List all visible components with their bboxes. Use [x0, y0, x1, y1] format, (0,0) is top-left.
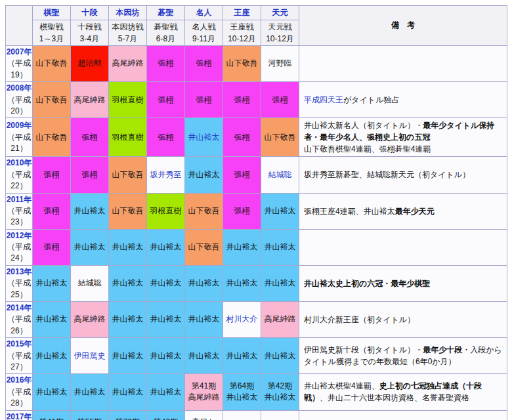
tournament-months: 3-4月: [72, 33, 107, 45]
year-link-2015[interactable]: 2015年: [6, 339, 32, 350]
year-link-2016[interactable]: 2016年: [6, 375, 32, 386]
remark-text: 伊田篤史新十段（初タイトル）・: [304, 345, 423, 354]
cell-2012-tengen: 井山裕太: [261, 229, 299, 265]
remark-text: 、井山二十六世本因坊資格、名誉碁聖資格: [320, 393, 469, 402]
remark-cell-2017: 井山裕太名誉棋聖資格: [299, 410, 507, 420]
player-link[interactable]: 井山裕太: [188, 133, 220, 142]
col-header-link-gosei[interactable]: 碁聖: [158, 8, 174, 17]
cell-2008-tengen: 張栩: [261, 82, 299, 118]
cell-2013-honinbo: 井山裕太: [109, 265, 147, 301]
cell-2007-kisei: 山下敬吾: [33, 46, 71, 82]
year-link-2008[interactable]: 2008年: [6, 83, 32, 94]
cell-2014-tengen: 高尾紳路: [261, 302, 299, 338]
row-2012: 2012年（平成24）張栩井山裕太井山裕太井山裕太山下敬吾井山裕太井山裕太: [6, 229, 507, 265]
col-header-link-tengen[interactable]: 天元: [272, 8, 288, 17]
era-label: （平成20）: [7, 95, 31, 116]
cell-2012-judan: 井山裕太: [71, 229, 109, 265]
col-subheader-honinbo: 本因坊戦5-7月: [109, 20, 147, 46]
cell-2010-oza: 張栩: [223, 157, 261, 193]
cell-2011-oza: 張栩: [223, 193, 261, 229]
cell-2007-tengen: 河野臨: [261, 46, 299, 82]
year-cell-2017: 2017年（平成29）: [6, 410, 33, 420]
cell-2010-judan: 張栩: [71, 157, 109, 193]
year-cell-2012: 2012年（平成24）: [6, 229, 33, 265]
cell-2010-tengen: 結城聡: [261, 157, 299, 193]
col-header-link-oza[interactable]: 王座: [234, 8, 250, 17]
col-header-link-kisei[interactable]: 棋聖: [44, 8, 60, 17]
header-row-titles: 棋聖十段本因坊碁聖名人王座天元備 考: [6, 6, 507, 20]
cell-2007-gosei: 張栩: [147, 46, 185, 82]
cell-2009-oza: 張栩: [223, 118, 261, 157]
year-link-2014[interactable]: 2014年: [6, 303, 32, 314]
remark-link[interactable]: 平成四天王: [304, 95, 343, 104]
cell-2009-meijin: 井山裕太: [185, 118, 223, 157]
tournament-name: 棋聖戦: [34, 21, 69, 33]
cell-2009-judan: 張栩: [71, 118, 109, 157]
remark-cell-2014: 村川大介新王座（初タイトル）: [299, 302, 507, 338]
row-2013: 2013年（平成25）井山裕太結城聡井山裕太井山裕太井山裕太井山裕太井山裕太井山…: [6, 265, 507, 301]
tournament-name: 天元戦: [263, 21, 297, 33]
tournament-months: 10-12月: [263, 33, 297, 45]
table-header: 棋聖十段本因坊碁聖名人王座天元備 考棋聖戦1～3月十段戦3-4月本因坊戦5-7月…: [6, 6, 507, 46]
remark-cell-2008: 平成四天王がタイトル独占: [299, 82, 507, 118]
col-header-link-honinbo[interactable]: 本因坊: [116, 8, 140, 17]
cell-2007-oza: 山下敬吾: [223, 46, 261, 82]
remark-cell-2010: 坂井秀至新碁聖、結城聡新天元（初タイトル）: [299, 157, 507, 193]
cell-2008-judan: 高尾紳路: [71, 82, 109, 118]
tournament-months: 6-8月: [148, 33, 183, 45]
row-2014: 2014年（平成26）井山裕太高尾紳路井山裕太井山裕太井山裕太村川大介高尾紳路村…: [6, 302, 507, 338]
year-link-2007[interactable]: 2007年: [6, 47, 32, 58]
remark-text: 張栩王座4連覇、井山裕太: [304, 207, 395, 216]
cell-2007-honinbo: 高尾紳路: [109, 46, 147, 82]
row-2016: 2016年（平成28）井山裕太井山裕太井山裕太井山裕太第41期 高尾紳路第64期…: [6, 374, 507, 410]
cell-2007-judan: 趙治勲: [71, 46, 109, 82]
col-header-link-judan[interactable]: 十段: [82, 8, 98, 17]
year-cell-2007: 2007年（平成19）: [6, 46, 33, 82]
col-subheader-tengen: 天元戦10-12月: [261, 20, 299, 46]
col-header-tengen: 天元: [261, 6, 299, 20]
cell-2014-kisei: 井山裕太: [33, 302, 71, 338]
col-header-kisei: 棋聖: [33, 6, 71, 20]
cell-2014-gosei: 井山裕太: [147, 302, 185, 338]
year-link-2010[interactable]: 2010年: [6, 158, 32, 169]
col-header-judan: 十段: [71, 6, 109, 20]
cell-2014-judan: 高尾紳路: [71, 302, 109, 338]
year-link-2017[interactable]: 2017年: [6, 411, 32, 420]
cell-2016-meijin: 第41期 高尾紳路: [185, 374, 223, 410]
cell-2008-kisei: 山下敬吾: [33, 82, 71, 118]
cell-2017-kisei: 第41期 井山裕太: [33, 410, 71, 420]
cell-2012-oza: 井山裕太: [223, 229, 261, 265]
cell-2017-oza: [223, 410, 261, 420]
remarks-header: 備 考: [299, 6, 507, 46]
row-2009: 2009年（平成21）山下敬吾張栩羽根直樹張栩井山裕太張栩山下敬吾井山裕太新名人…: [6, 118, 507, 157]
cell-2015-judan: 伊田篤史: [71, 338, 109, 374]
col-subheader-kisei: 棋聖戦1～3月: [33, 20, 71, 46]
col-header-link-meijin[interactable]: 名人: [196, 8, 212, 17]
player-link[interactable]: 伊田篤史: [74, 351, 106, 360]
era-label: （平成22）: [7, 170, 31, 190]
cell-2013-oza: 井山裕太: [223, 265, 261, 301]
era-label: （平成26）: [7, 314, 31, 335]
col-subheader-judan: 十段戦3-4月: [71, 20, 109, 46]
year-link-2009[interactable]: 2009年: [6, 120, 32, 131]
cell-2017-tengen: [261, 410, 299, 420]
row-2015: 2015年（平成27）井山裕太伊田篤史井山裕太井山裕太井山裕太井山裕太井山裕太伊…: [6, 338, 507, 374]
cell-2010-kisei: 張栩: [33, 157, 71, 193]
player-link[interactable]: 坂井秀至: [150, 170, 182, 179]
cell-2008-oza: 張栩: [223, 82, 261, 118]
cell-2012-meijin: 山下敬吾: [185, 229, 223, 265]
year-link-2013[interactable]: 2013年: [6, 266, 32, 278]
player-link[interactable]: 村川大介: [226, 314, 258, 324]
year-link-2012[interactable]: 2012年: [6, 230, 32, 242]
era-label: （平成23）: [7, 206, 31, 226]
remark-cell-2012: [299, 229, 507, 265]
player-link[interactable]: 結城聡: [268, 170, 292, 179]
cell-2008-gosei: 張栩: [147, 82, 185, 118]
year-link-2011[interactable]: 2011年: [6, 194, 32, 205]
cell-2011-honinbo: 山下敬吾: [109, 193, 147, 229]
cell-2017-gosei: 第42期 井山裕太: [147, 410, 185, 420]
cell-2016-honinbo: 井山裕太: [109, 374, 147, 410]
remark-text: 村川大介新王座（初タイトル）: [304, 315, 415, 324]
remark-cell-2016: 井山裕太棋聖4連覇、史上初の七冠独占達成（十段戦）、井山二十六世本因坊資格、名誉…: [299, 374, 507, 410]
tournament-name: 十段戦: [72, 21, 107, 33]
